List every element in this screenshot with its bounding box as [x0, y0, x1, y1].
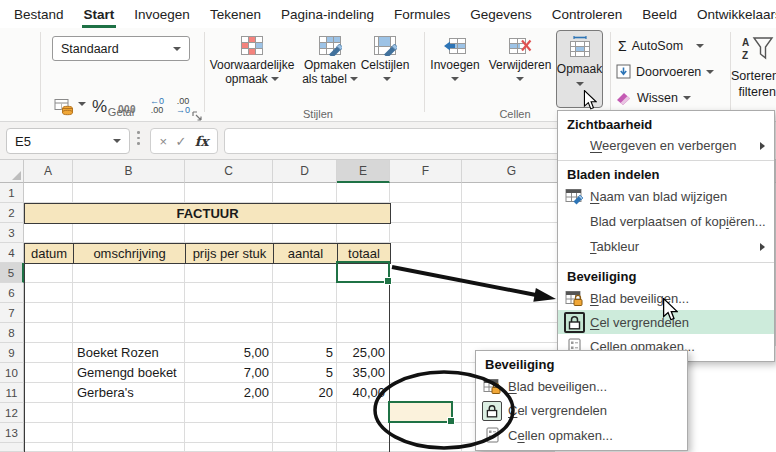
cell[interactable]	[24, 403, 73, 423]
invoice-title-cell[interactable]: FACTUUR	[24, 203, 391, 224]
cell-description[interactable]: Boeket Rozen	[77, 343, 183, 363]
row-header-10[interactable]: 10	[0, 363, 24, 383]
cell-description[interactable]: Gerbera's	[77, 383, 183, 403]
menu-item-cellen-opmaken[interactable]: Cellen opmaken...	[476, 423, 687, 447]
row-header-3[interactable]: 3	[0, 223, 24, 243]
row-header-13[interactable]: 13	[0, 423, 24, 443]
cell-styles-button[interactable]: Celstijlen	[357, 32, 413, 86]
cell[interactable]	[24, 383, 73, 403]
row-header-6[interactable]: 6	[0, 283, 24, 303]
cell-unit-price[interactable]: 2,00	[186, 383, 269, 403]
number-format-select[interactable]: Standaard	[52, 36, 190, 61]
table-header-prijs-per-stuk[interactable]: prijs per stuk	[185, 243, 274, 264]
row-header-1[interactable]: 1	[0, 183, 24, 203]
cell[interactable]	[337, 183, 390, 203]
cell-description[interactable]: Gemengd boeket	[77, 363, 183, 383]
cell[interactable]	[390, 443, 462, 452]
cell[interactable]	[185, 423, 273, 443]
cell[interactable]	[73, 283, 185, 303]
table-header-aantal[interactable]: aantal	[273, 243, 338, 264]
cell[interactable]	[185, 223, 273, 243]
column-header-C[interactable]: C	[185, 160, 273, 183]
fill-button[interactable]: Doorvoeren	[616, 64, 714, 79]
cell[interactable]	[462, 283, 562, 303]
row-header-12[interactable]: 12	[0, 403, 24, 423]
clear-button[interactable]: Wissen	[616, 90, 691, 105]
cell-total[interactable]: 35,00	[338, 363, 385, 383]
table-header-omschrijving[interactable]: omschrijving	[73, 243, 186, 264]
name-box[interactable]: E5	[6, 128, 130, 154]
cell[interactable]	[24, 323, 73, 343]
cell-total[interactable]: 25,00	[338, 343, 385, 363]
cell[interactable]	[273, 443, 337, 452]
cell[interactable]	[73, 263, 185, 283]
column-header-G[interactable]: G	[462, 160, 562, 183]
cell-quantity[interactable]: 5	[274, 363, 333, 383]
column-header-E[interactable]: E	[337, 160, 390, 183]
cell[interactable]	[390, 223, 462, 243]
tab-tekenen[interactable]: Tekenen	[208, 2, 263, 28]
cell[interactable]	[462, 303, 562, 323]
sort-filter-button[interactable]: Sorteren filteren	[731, 68, 776, 100]
fill-handle[interactable]	[384, 277, 392, 285]
column-header-F[interactable]: F	[390, 160, 462, 183]
row-header-11[interactable]: 11	[0, 383, 24, 403]
cell[interactable]	[390, 323, 462, 343]
cell[interactable]	[337, 283, 390, 303]
cell[interactable]	[73, 323, 185, 343]
cell[interactable]	[462, 223, 562, 243]
cell[interactable]	[337, 323, 390, 343]
cell-quantity[interactable]: 20	[274, 383, 333, 403]
cell[interactable]	[462, 323, 562, 343]
cell[interactable]	[73, 423, 185, 443]
insert-function-button[interactable]: fx	[195, 133, 209, 149]
chevron-down-icon[interactable]	[576, 82, 584, 86]
cell[interactable]	[462, 183, 562, 203]
menu-item-weergeven-en-verbergen[interactable]: Weergeven en verbergen	[558, 134, 774, 157]
cell[interactable]	[73, 223, 185, 243]
cell[interactable]	[390, 303, 462, 323]
cell[interactable]	[390, 343, 462, 363]
cell[interactable]	[462, 203, 562, 223]
row-header-8[interactable]: 8	[0, 323, 24, 343]
cell[interactable]	[24, 363, 73, 383]
row-header-7[interactable]: 7	[0, 303, 24, 323]
menu-item-tabkleur[interactable]: Tabkleur	[558, 234, 774, 259]
cell[interactable]	[24, 443, 73, 452]
cell[interactable]	[337, 443, 390, 452]
cell-unit-price[interactable]: 5,00	[186, 343, 269, 363]
cell[interactable]	[24, 283, 73, 303]
cell[interactable]	[390, 363, 462, 383]
menu-item-blad-verplaatsen-of-kopieren[interactable]: Blad verplaatsen of kopiëren...	[558, 209, 774, 234]
row-header-9[interactable]: 9	[0, 343, 24, 363]
cell[interactable]	[273, 423, 337, 443]
menu-item-cel-vergrendelen[interactable]: Cel vergrendelen	[476, 398, 687, 423]
cell[interactable]	[73, 303, 185, 323]
cell[interactable]	[390, 423, 462, 443]
menu-item-blad-beveiligen[interactable]: Blad beveiligen...	[476, 374, 687, 398]
cell[interactable]	[390, 243, 462, 263]
cell[interactable]	[185, 283, 273, 303]
cell-total[interactable]: 40,00	[338, 383, 385, 403]
tab-invoegen[interactable]: Invoegen	[132, 2, 192, 28]
conditional-formatting-button[interactable]: Voorwaardelijke opmaak	[206, 32, 298, 86]
cell[interactable]	[73, 183, 185, 203]
cell[interactable]	[185, 403, 273, 423]
enter-button[interactable]: ✓	[175, 134, 186, 149]
cell[interactable]	[273, 283, 337, 303]
table-header-datum[interactable]: datum	[24, 243, 74, 264]
cancel-button[interactable]: ×	[159, 134, 167, 149]
cell[interactable]	[462, 243, 562, 263]
cell[interactable]	[390, 183, 462, 203]
cell[interactable]	[273, 303, 337, 323]
formula-bar-grip[interactable]	[137, 131, 140, 145]
cell[interactable]	[185, 263, 273, 283]
row-header-4[interactable]: 4	[0, 243, 24, 263]
tab-gegevens[interactable]: Gegevens	[468, 2, 534, 28]
cell[interactable]	[24, 183, 73, 203]
row-header-2[interactable]: 2	[0, 203, 24, 223]
cell[interactable]	[73, 403, 185, 423]
cell[interactable]	[24, 223, 73, 243]
cell[interactable]	[273, 183, 337, 203]
tab-ontwikkelaars[interactable]: Ontwikkelaars	[695, 2, 776, 28]
